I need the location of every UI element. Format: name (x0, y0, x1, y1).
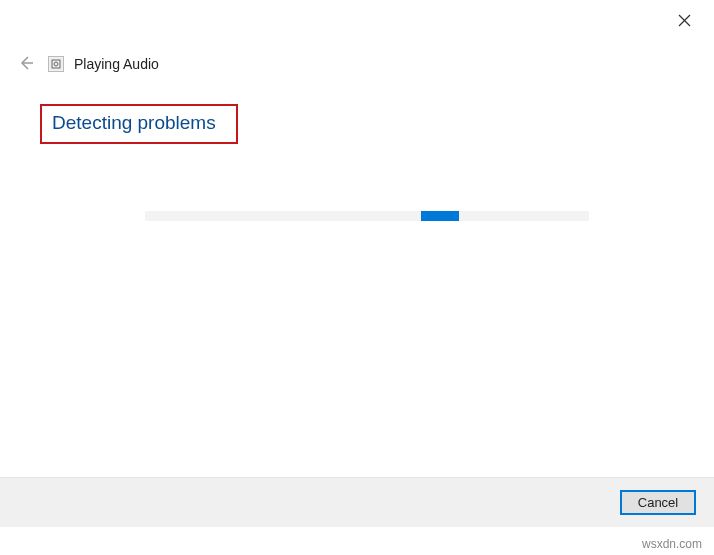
progress-bar (145, 211, 589, 221)
footer-bar: Cancel (0, 477, 714, 527)
svg-point-4 (54, 62, 58, 66)
window-title: Playing Audio (74, 56, 159, 72)
status-highlight: Detecting problems (40, 104, 238, 144)
status-heading: Detecting problems (52, 112, 216, 134)
troubleshooter-icon (48, 56, 64, 72)
watermark: wsxdn.com (642, 537, 702, 551)
progress-indicator (421, 211, 459, 221)
back-button[interactable] (14, 52, 38, 76)
arrow-left-icon (18, 55, 34, 74)
svg-rect-3 (52, 60, 60, 68)
header-row: Playing Audio (14, 52, 700, 76)
cancel-button[interactable]: Cancel (620, 490, 696, 515)
close-icon (678, 14, 691, 30)
close-button[interactable] (670, 8, 698, 36)
